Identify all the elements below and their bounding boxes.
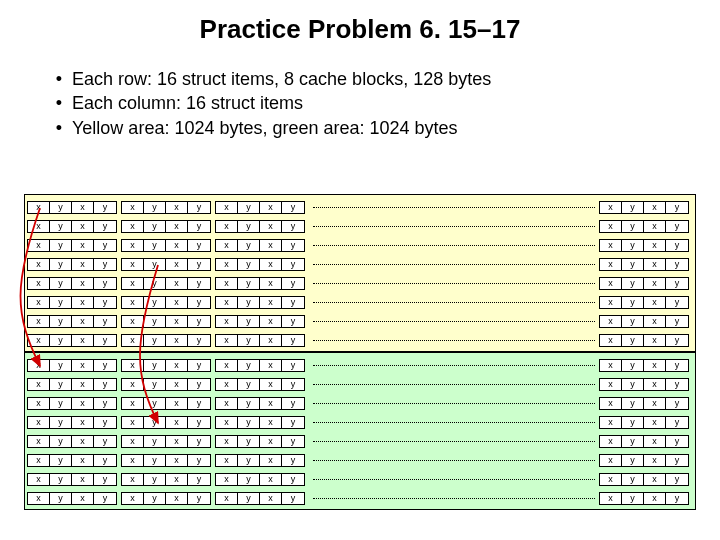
struct-cell: y [666, 297, 688, 308]
struct-cell: y [144, 417, 166, 428]
cache-block: xyxy [599, 296, 689, 309]
struct-cell: x [72, 360, 94, 371]
bullet-item: • Each column: 16 struct items [52, 91, 720, 115]
struct-cell: y [188, 398, 210, 409]
struct-cell: x [72, 240, 94, 251]
struct-cell: x [216, 474, 238, 485]
struct-cell: x [216, 240, 238, 251]
ellipsis-icon [313, 263, 595, 265]
struct-cell: x [72, 202, 94, 213]
struct-cell: y [666, 398, 688, 409]
cache-block: xyxy [121, 315, 211, 328]
cache-block: xyxy [215, 397, 305, 410]
struct-cell: x [28, 436, 50, 447]
struct-cell: x [600, 316, 622, 327]
ellipsis-icon [313, 383, 595, 385]
struct-cell: x [216, 379, 238, 390]
cache-block: xyxy [27, 454, 117, 467]
struct-cell: x [72, 398, 94, 409]
cache-block: xyxy [599, 397, 689, 410]
struct-cell: x [644, 316, 666, 327]
struct-cell: x [166, 297, 188, 308]
struct-cell: y [282, 455, 304, 466]
cache-block: xyxy [215, 359, 305, 372]
bullet-list: • Each row: 16 struct items, 8 cache blo… [52, 67, 720, 140]
ellipsis-icon [313, 364, 595, 366]
struct-cell: x [122, 297, 144, 308]
struct-cell: x [122, 474, 144, 485]
cache-block: xyxy [121, 378, 211, 391]
struct-cell: y [144, 221, 166, 232]
cache-block: xyxy [121, 492, 211, 505]
cache-block: xyxy [599, 334, 689, 347]
struct-cell: x [122, 202, 144, 213]
cache-block: xyxy [599, 473, 689, 486]
struct-cell: x [166, 493, 188, 504]
struct-cell: y [238, 379, 260, 390]
struct-cell: x [216, 398, 238, 409]
cache-block: xyxy [27, 277, 117, 290]
struct-cell: y [622, 474, 644, 485]
struct-cell: x [122, 278, 144, 289]
cache-block: xyxy [27, 334, 117, 347]
struct-cell: x [260, 474, 282, 485]
struct-cell: y [622, 278, 644, 289]
ellipsis-icon [313, 244, 595, 246]
struct-cell: x [72, 278, 94, 289]
struct-cell: y [622, 360, 644, 371]
struct-cell: x [166, 221, 188, 232]
struct-cell: x [216, 436, 238, 447]
struct-cell: y [188, 240, 210, 251]
green-zone: xyxyxyxyxyxyxyxyxyxyxyxyxyxyxyxyxyxyxyxy… [24, 352, 696, 510]
yellow-zone: xyxyxyxyxyxyxyxyxyxyxyxyxyxyxyxyxyxyxyxy… [24, 194, 696, 352]
struct-cell: x [166, 316, 188, 327]
struct-cell: y [282, 202, 304, 213]
struct-cell: y [50, 316, 72, 327]
struct-cell: y [666, 455, 688, 466]
struct-cell: y [188, 335, 210, 346]
struct-cell: x [166, 202, 188, 213]
struct-cell: y [666, 360, 688, 371]
cache-block: xyxy [121, 239, 211, 252]
struct-cell: x [216, 417, 238, 428]
struct-cell: x [166, 398, 188, 409]
struct-cell: x [216, 297, 238, 308]
struct-cell: x [216, 202, 238, 213]
struct-cell: x [216, 360, 238, 371]
cache-block: xyxy [599, 201, 689, 214]
struct-cell: y [94, 221, 116, 232]
struct-cell: x [600, 297, 622, 308]
grid-row: xyxyxyxyxyxyxyxy [27, 433, 693, 449]
bullet-text: Each row: 16 struct items, 8 cache block… [72, 67, 491, 91]
struct-cell: y [188, 202, 210, 213]
struct-cell: y [622, 335, 644, 346]
struct-cell: x [72, 493, 94, 504]
struct-cell: y [666, 417, 688, 428]
struct-cell: y [50, 202, 72, 213]
struct-cell: y [282, 474, 304, 485]
struct-cell: x [122, 436, 144, 447]
struct-cell: y [188, 474, 210, 485]
struct-cell: x [644, 360, 666, 371]
cache-block: xyxy [215, 239, 305, 252]
struct-cell: y [50, 417, 72, 428]
cache-block: xyxy [121, 435, 211, 448]
cache-block: xyxy [215, 296, 305, 309]
cache-block: xyxy [215, 258, 305, 271]
struct-cell: x [644, 335, 666, 346]
ellipsis-icon [313, 459, 595, 461]
struct-cell: y [666, 335, 688, 346]
struct-cell: y [622, 455, 644, 466]
struct-cell: y [50, 493, 72, 504]
ellipsis-icon [313, 206, 595, 208]
struct-cell: y [666, 379, 688, 390]
struct-cell: x [600, 398, 622, 409]
grid-row: xyxyxyxyxyxyxyxy [27, 256, 693, 272]
struct-cell: x [644, 417, 666, 428]
cache-block: xyxy [27, 258, 117, 271]
struct-cell: x [28, 493, 50, 504]
cache-block: xyxy [121, 416, 211, 429]
struct-cell: y [144, 278, 166, 289]
struct-cell: y [144, 474, 166, 485]
struct-cell: y [94, 493, 116, 504]
